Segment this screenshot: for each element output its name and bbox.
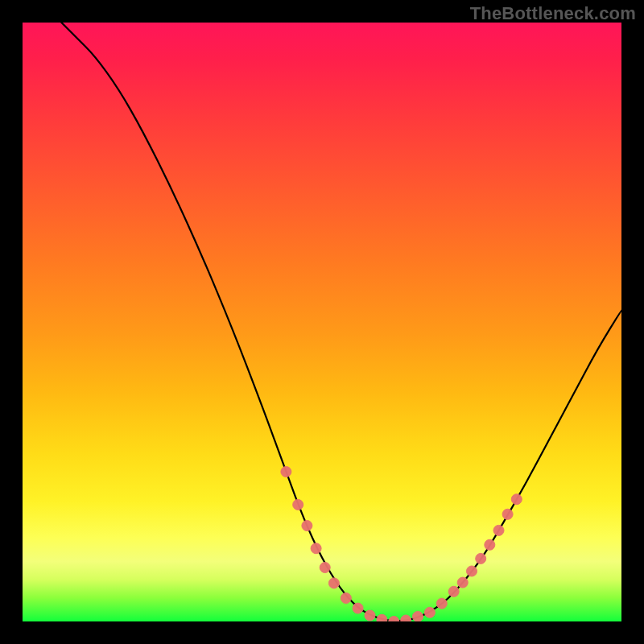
marker-dot [320,563,330,573]
marker-dot [365,610,375,621]
marker-dot [502,509,513,519]
bottleneck-curve [61,23,621,621]
marker-dot [328,578,339,588]
marker-dot [353,603,363,613]
marker-dot [311,543,321,554]
marker-dot [436,598,447,609]
marker-dot [401,615,411,621]
marker-dot [485,539,495,550]
marker-dot [293,499,303,510]
marker-dot [424,607,435,617]
marker-dot [389,617,399,622]
marker-dot [457,577,468,588]
watermark-text: TheBottleneck.com [470,3,636,24]
marker-dot [511,494,522,505]
marker-dot [302,521,312,531]
marker-dot [281,467,291,477]
marker-dot [467,566,477,576]
chart-stage: TheBottleneck.com [0,0,644,644]
highlighted-range-markers [281,467,522,622]
plot-area [23,23,621,621]
marker-dot [448,586,459,597]
marker-dot [341,593,351,604]
marker-dot [413,612,423,622]
curve-svg [23,23,621,621]
marker-dot [377,614,387,621]
marker-dot [476,553,486,564]
marker-dot [493,525,504,535]
